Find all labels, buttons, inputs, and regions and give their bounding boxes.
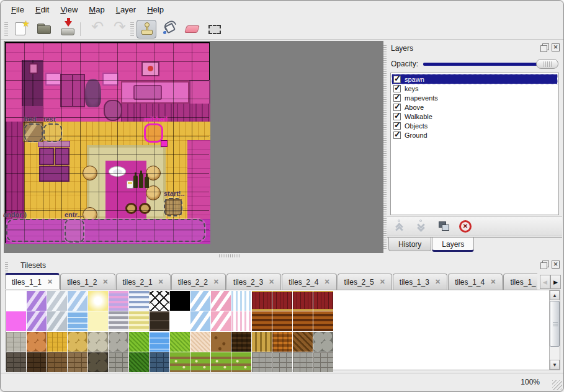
tab-close-icon[interactable]: ✕ [435, 278, 441, 286]
tile-36[interactable] [88, 332, 108, 352]
map-object-start[interactable] [164, 198, 182, 216]
layer-visible-checkbox[interactable]: ✓ [393, 85, 401, 92]
layer-visible-checkbox[interactable]: ✓ [393, 76, 401, 83]
tile-12[interactable] [252, 291, 272, 311]
tile-50[interactable] [47, 352, 67, 372]
tab-close-icon[interactable]: ✕ [324, 278, 329, 286]
raise-layer-button[interactable] [392, 218, 408, 234]
tile-53[interactable] [109, 352, 128, 372]
tile-49[interactable] [27, 352, 47, 372]
tileset-tab-tiles_2_2[interactable]: tiles_2_2✕ [171, 274, 226, 290]
tile-26[interactable] [211, 311, 231, 331]
tile-27[interactable] [231, 311, 251, 331]
map-object-test[interactable] [43, 123, 62, 142]
tile-14[interactable] [293, 291, 313, 311]
tile-31[interactable] [313, 311, 333, 331]
tile-45[interactable] [272, 332, 292, 352]
layer-list[interactable]: ✓spawn✓keys✓mapevents✓Above✓Walkable✓Obj… [390, 73, 559, 215]
map-canvas[interactable]: bedtestmikhailstart!..entr...andor:) [5, 42, 210, 243]
tab-close-icon[interactable]: ✕ [102, 278, 108, 286]
scrollbar-thumb[interactable] [550, 301, 560, 347]
new-map-button[interactable]: ★ [11, 20, 30, 38]
tile-54[interactable] [129, 352, 149, 372]
tile-8[interactable] [170, 291, 190, 311]
tile-23[interactable] [150, 311, 169, 331]
delete-layer-button[interactable]: ✕ [457, 218, 473, 234]
map-object-mikhail[interactable] [144, 123, 163, 143]
close-icon[interactable]: ✕ [552, 261, 560, 269]
menu-view[interactable]: View [55, 4, 83, 16]
tile-48[interactable] [6, 352, 26, 372]
tile-7[interactable] [150, 291, 169, 311]
layer-row-Ground[interactable]: ✓Ground [392, 130, 557, 140]
tile-19[interactable] [68, 311, 87, 331]
tile-32[interactable] [6, 332, 26, 352]
tile-13[interactable] [272, 291, 292, 311]
tile-57[interactable] [190, 352, 210, 372]
tab-close-icon[interactable]: ✕ [213, 278, 219, 286]
tile-42[interactable] [211, 332, 231, 352]
dock-tab-layers[interactable]: Layers [432, 238, 474, 252]
menu-edit[interactable]: Edit [30, 4, 55, 16]
menu-map[interactable]: Map [83, 4, 110, 16]
toolbar-drag-handle[interactable] [4, 22, 8, 36]
rect-select-button[interactable] [205, 20, 225, 38]
tab-close-icon[interactable]: ✕ [158, 278, 164, 286]
menu-help[interactable]: Help [141, 4, 169, 16]
tile-44[interactable] [252, 332, 272, 352]
tab-close-icon[interactable]: ✕ [269, 278, 274, 286]
open-button[interactable] [34, 20, 54, 38]
opacity-slider-handle[interactable] [536, 59, 558, 69]
tile-63[interactable] [313, 352, 333, 372]
tilesets-splitter-handle[interactable] [219, 254, 241, 257]
tile-16[interactable] [6, 311, 26, 331]
tab-close-icon[interactable]: ✕ [490, 278, 496, 286]
tile-29[interactable] [272, 311, 292, 331]
layer-visible-checkbox[interactable]: ✓ [393, 131, 401, 139]
tile-18[interactable] [47, 311, 67, 331]
undo-button[interactable]: ↶ [87, 20, 107, 38]
layer-row-keys[interactable]: ✓keys [392, 84, 557, 93]
tile-43[interactable] [231, 332, 251, 352]
tile-58[interactable] [211, 352, 231, 372]
menu-file[interactable]: File [6, 4, 30, 16]
layer-row-Above[interactable]: ✓Above [392, 102, 557, 112]
opacity-slider[interactable] [423, 58, 558, 69]
tileset-scrollbar[interactable]: ▲ ▼ [549, 290, 560, 370]
menu-layer[interactable]: Layer [110, 4, 142, 16]
layer-row-Walkable[interactable]: ✓Walkable [392, 112, 557, 121]
tileset-tab-tiles_1_1[interactable]: tiles_1_1✕ [5, 273, 60, 289]
tile-39[interactable] [150, 332, 169, 352]
tileset-tab-tiles_2_3[interactable]: tiles_2_3✕ [226, 274, 281, 290]
tile-35[interactable] [68, 332, 87, 352]
tile-38[interactable] [129, 332, 149, 352]
scroll-up-icon[interactable]: ▲ [550, 290, 560, 300]
tile-60[interactable] [252, 352, 272, 372]
layer-visible-checkbox[interactable]: ✓ [393, 113, 401, 120]
layer-visible-checkbox[interactable]: ✓ [393, 104, 401, 111]
tile-1[interactable] [27, 291, 47, 311]
layer-visible-checkbox[interactable]: ✓ [393, 94, 401, 102]
layer-row-spawn[interactable]: ✓spawn [392, 74, 557, 84]
toolbar-drag-handle[interactable] [130, 22, 134, 36]
scroll-tabs-left-icon[interactable]: ◀ [540, 275, 550, 289]
close-icon[interactable]: ✕ [552, 43, 560, 51]
scroll-tabs-right-icon[interactable]: ▶ [550, 275, 561, 289]
tile-20[interactable] [88, 311, 108, 331]
tileset-tab-tiles_1_4[interactable]: tiles_1_4✕ [448, 274, 503, 290]
dock-tab-history[interactable]: History [388, 238, 431, 251]
layer-visible-checkbox[interactable]: ✓ [393, 122, 401, 130]
map-viewport[interactable]: bedtestmikhailstart!..entr...andor:) [4, 41, 383, 253]
tile-51[interactable] [68, 352, 87, 372]
tile-22[interactable] [129, 311, 149, 331]
resize-grip[interactable] [552, 380, 562, 390]
tile-10[interactable] [211, 291, 231, 311]
tileset-tab-tiles_1_2[interactable]: tiles_1_2✕ [60, 274, 115, 290]
tile-2[interactable] [47, 291, 67, 311]
tile-15[interactable] [313, 291, 333, 311]
tileset-tab-tiles_2_5[interactable]: tiles_2_5✕ [338, 274, 392, 290]
tile-41[interactable] [190, 332, 210, 352]
object-resize-handle[interactable] [161, 140, 168, 147]
stamp-brush-button[interactable] [137, 20, 156, 38]
tile-9[interactable] [190, 291, 210, 311]
